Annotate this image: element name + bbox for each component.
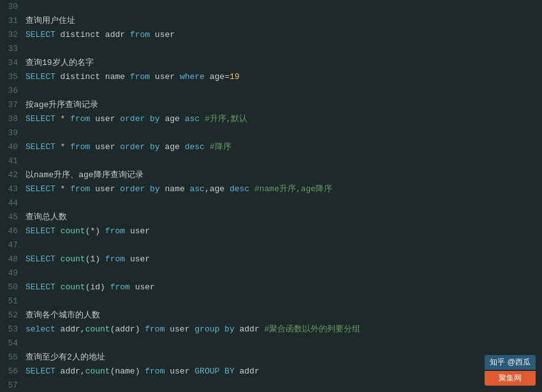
line-number: 46 xyxy=(0,224,26,238)
line-content: SELECT distinct addr from user xyxy=(26,28,542,42)
line-content: 查询19岁人的名字 xyxy=(26,56,542,70)
line-number: 37 xyxy=(0,98,26,112)
line-number: 44 xyxy=(0,196,26,210)
watermark: 知乎 @西瓜 聚集网 xyxy=(485,355,536,386)
line-number: 47 xyxy=(0,238,26,252)
line-content: 查询至少有2人的地址 xyxy=(26,351,542,365)
code-line: 43SELECT * from user order by name asc,a… xyxy=(0,182,542,196)
line-content: select addr,count(addr) from user group … xyxy=(26,323,542,337)
line-content: 以name升序、age降序查询记录 xyxy=(26,168,542,182)
line-number: 55 xyxy=(0,351,26,365)
code-line: 56SELECT addr,count(name) from user GROU… xyxy=(0,365,542,379)
line-content: SELECT count(*) from user xyxy=(26,224,542,238)
line-content: 查询用户住址 xyxy=(26,14,542,28)
code-line: 57 xyxy=(0,379,542,392)
line-number: 36 xyxy=(0,84,26,98)
line-number: 43 xyxy=(0,182,26,196)
line-number: 49 xyxy=(0,266,26,280)
code-line: 41 xyxy=(0,154,542,168)
code-line: 49 xyxy=(0,266,542,280)
line-number: 50 xyxy=(0,280,26,294)
line-content: SELECT * from user order by age asc #升序,… xyxy=(26,112,542,126)
code-line: 50SELECT count(id) from user xyxy=(0,280,542,294)
code-line: 33 xyxy=(0,42,542,56)
line-number: 57 xyxy=(0,379,26,392)
code-line: 32SELECT distinct addr from user xyxy=(0,28,542,42)
code-line: 35SELECT distinct name from user where a… xyxy=(0,70,542,84)
line-number: 52 xyxy=(0,309,26,323)
line-number: 33 xyxy=(0,42,26,56)
line-number: 56 xyxy=(0,365,26,379)
watermark-top: 知乎 @西瓜 xyxy=(485,355,536,370)
code-line: 39 xyxy=(0,126,542,140)
line-content: SELECT * from user order by name asc,age… xyxy=(26,182,542,196)
code-editor: 3031查询用户住址32SELECT distinct addr from us… xyxy=(0,0,542,392)
code-line: 40SELECT * from user order by age desc #… xyxy=(0,140,542,154)
line-number: 42 xyxy=(0,168,26,182)
line-number: 45 xyxy=(0,210,26,224)
code-line: 31查询用户住址 xyxy=(0,14,542,28)
line-content: 查询各个城市的人数 xyxy=(26,309,542,323)
code-line: 30 xyxy=(0,0,542,14)
line-number: 32 xyxy=(0,28,26,42)
code-line: 38SELECT * from user order by age asc #升… xyxy=(0,112,542,126)
code-line: 52查询各个城市的人数 xyxy=(0,309,542,323)
line-number: 41 xyxy=(0,154,26,168)
code-line: 44 xyxy=(0,196,542,210)
line-number: 51 xyxy=(0,294,26,309)
line-content: SELECT * from user order by age desc #降序 xyxy=(26,140,542,154)
line-number: 34 xyxy=(0,56,26,70)
line-content: SELECT distinct name from user where age… xyxy=(26,70,542,84)
code-line: 54 xyxy=(0,337,542,351)
code-line: 47 xyxy=(0,238,542,252)
line-number: 31 xyxy=(0,14,26,28)
code-line: 37按age升序查询记录 xyxy=(0,98,542,112)
line-content: SELECT count(id) from user xyxy=(26,280,542,294)
code-line: 55查询至少有2人的地址 xyxy=(0,351,542,365)
code-line: 53select addr,count(addr) from user grou… xyxy=(0,323,542,337)
line-number: 40 xyxy=(0,140,26,154)
line-content: 按age升序查询记录 xyxy=(26,98,542,112)
line-content: 查询总人数 xyxy=(26,210,542,224)
code-line: 51 xyxy=(0,294,542,309)
line-number: 54 xyxy=(0,337,26,351)
line-number: 48 xyxy=(0,252,26,266)
line-number: 53 xyxy=(0,323,26,337)
line-number: 38 xyxy=(0,112,26,126)
code-line: 46SELECT count(*) from user xyxy=(0,224,542,238)
line-content: SELECT count(1) from user xyxy=(26,252,542,266)
code-line: 34查询19岁人的名字 xyxy=(0,56,542,70)
code-line: 48SELECT count(1) from user xyxy=(0,252,542,266)
line-number: 35 xyxy=(0,70,26,84)
line-content: SELECT addr,count(name) from user GROUP … xyxy=(26,365,542,379)
code-line: 45查询总人数 xyxy=(0,210,542,224)
code-line: 42以name升序、age降序查询记录 xyxy=(0,168,542,182)
code-line: 36 xyxy=(0,84,542,98)
line-number: 30 xyxy=(0,0,26,14)
line-number: 39 xyxy=(0,126,26,140)
watermark-bottom: 聚集网 xyxy=(485,371,536,386)
